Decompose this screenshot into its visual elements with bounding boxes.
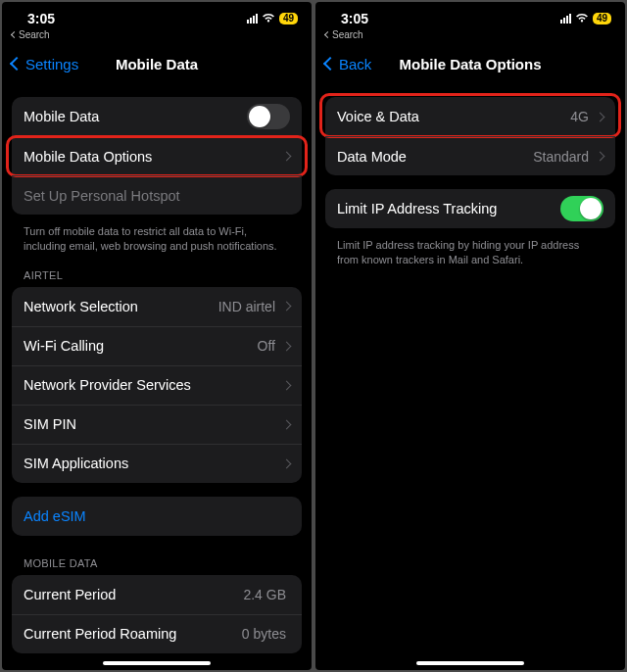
nav-bar: Back Mobile Data Options (315, 44, 625, 83)
row-current-period-roaming[interactable]: Current Period Roaming 0 bytes (12, 614, 302, 653)
row-personal-hotspot[interactable]: Set Up Personal Hotspot (12, 175, 302, 215)
mobile-data-toggle[interactable] (247, 104, 290, 129)
back-button[interactable]: Back (325, 56, 371, 72)
status-time: 3:05 (27, 11, 55, 26)
section-header-usage: MOBILE DATA (12, 542, 302, 573)
chevron-right-icon (282, 152, 292, 162)
screen-mobile-data-options: 3:05 49 Search Back Mobile Data Options … (315, 2, 625, 670)
row-mobile-data[interactable]: Mobile Data (12, 97, 302, 136)
breadcrumb[interactable]: Search (315, 29, 625, 44)
home-indicator[interactable] (103, 661, 211, 665)
footer-text: Limit IP address tracking by hiding your… (325, 234, 615, 267)
row-sim-pin[interactable]: SIM PIN (12, 405, 302, 444)
limit-ip-toggle[interactable] (560, 196, 603, 221)
nav-bar: Settings Mobile Data (2, 44, 312, 83)
home-indicator[interactable] (416, 661, 524, 665)
cellular-signal-icon (560, 14, 571, 24)
chevron-left-icon (323, 57, 337, 71)
row-limit-ip-tracking[interactable]: Limit IP Address Tracking (325, 189, 615, 228)
row-provider-services[interactable]: Network Provider Services (12, 365, 302, 405)
chevron-right-icon (596, 152, 605, 162)
status-bar: 3:05 49 (2, 2, 312, 29)
status-bar: 3:05 49 (315, 2, 625, 29)
section-header-carrier: AIRTEL (12, 254, 302, 285)
chevron-right-icon (282, 458, 292, 468)
row-current-period[interactable]: Current Period 2.4 GB (12, 575, 302, 614)
wifi-icon (575, 13, 589, 25)
back-button[interactable]: Settings (12, 56, 78, 72)
screen-mobile-data: 3:05 49 Search Settings Mobile Data Mobi… (2, 2, 312, 670)
chevron-right-icon (282, 302, 292, 312)
chevron-right-icon (282, 380, 292, 390)
chevron-left-icon (10, 57, 24, 71)
battery-indicator: 49 (279, 13, 298, 24)
status-time: 3:05 (341, 11, 368, 26)
row-voice-and-data[interactable]: Voice & Data 4G (325, 97, 615, 136)
settings-content: Voice & Data 4G Data Mode Standard Limit… (315, 83, 625, 670)
cellular-signal-icon (247, 14, 258, 24)
breadcrumb[interactable]: Search (2, 29, 312, 44)
settings-content: Mobile Data Mobile Data Options Set Up P… (2, 83, 312, 670)
wifi-icon (262, 13, 275, 25)
battery-indicator: 49 (593, 13, 611, 24)
row-wifi-calling[interactable]: Wi-Fi Calling Off (12, 326, 302, 365)
row-network-selection[interactable]: Network Selection IND airtel (12, 287, 302, 326)
footer-text: Turn off mobile data to restrict all dat… (12, 220, 302, 254)
row-data-mode[interactable]: Data Mode Standard (325, 136, 615, 175)
chevron-left-icon (11, 31, 18, 38)
chevron-right-icon (596, 112, 605, 121)
row-mobile-data-options[interactable]: Mobile Data Options (12, 136, 302, 175)
chevron-right-icon (282, 419, 292, 429)
row-sim-applications[interactable]: SIM Applications (12, 444, 302, 483)
row-add-esim[interactable]: Add eSIM (12, 497, 302, 536)
chevron-left-icon (324, 31, 331, 38)
chevron-right-icon (282, 341, 292, 351)
